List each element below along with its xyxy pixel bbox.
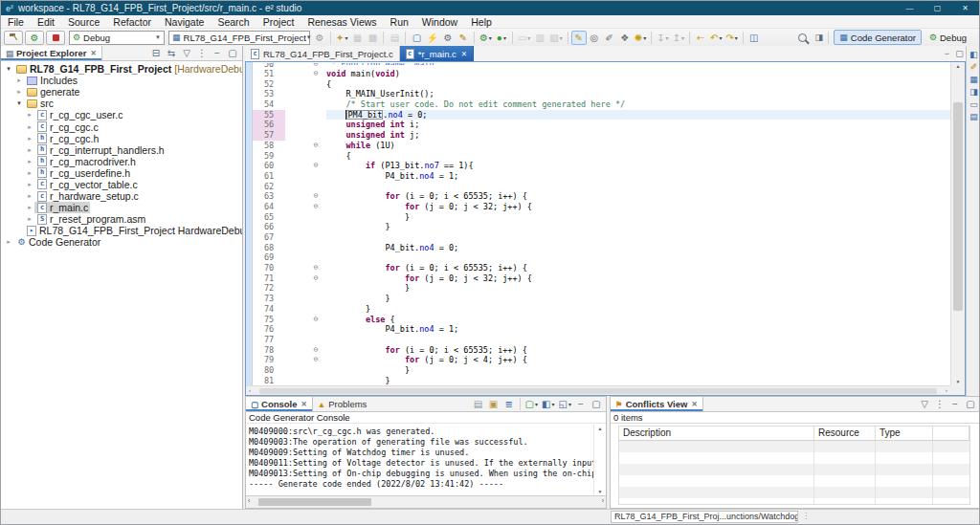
tree-item-r-cg-cgc-c[interactable]: ▸cr_cg_cgc.c: [1, 120, 242, 132]
next-annotation-icon[interactable]: ↧▾: [655, 31, 670, 45]
print-icon[interactable]: ▤: [387, 31, 402, 45]
scroll-left-icon[interactable]: ‹: [248, 497, 250, 504]
minimized-view-icon-1[interactable]: ◧: [968, 49, 980, 61]
tab-project-explorer[interactable]: ▤ Project Explorer ✕: [1, 46, 102, 60]
scroll-right-icon[interactable]: ›: [946, 386, 947, 395]
menu-refactor[interactable]: Refactor: [106, 16, 158, 28]
fold-collapse-icon[interactable]: ⊖: [305, 355, 326, 365]
fold-collapse-icon[interactable]: ⊖: [305, 273, 326, 284]
debug-launch-button[interactable]: ⚙: [25, 31, 44, 45]
tree-item-r-cg-userdefine-h[interactable]: ▸hr_cg_userdefine.h: [1, 167, 242, 179]
previous-annotation-icon[interactable]: ↥▾: [671, 31, 686, 45]
menu-search[interactable]: Search: [211, 16, 256, 28]
maximize-window-button[interactable]: ▢: [924, 1, 951, 15]
minimized-view-icon-2[interactable]: ✐: [968, 61, 980, 74]
scroll-left-icon[interactable]: ‹: [249, 386, 251, 395]
link-with-editor-icon[interactable]: ◫: [746, 31, 762, 45]
scroll-down-icon[interactable]: ▼: [594, 489, 606, 494]
stop-button[interactable]: [46, 31, 65, 45]
minimized-view-icon-5[interactable]: ▭: [968, 98, 980, 111]
edit-launch-config-button[interactable]: ⚙: [312, 31, 327, 45]
tree-item-r-reset-program-asm[interactable]: ▸Sr_reset_program.asm: [1, 213, 242, 225]
close-window-button[interactable]: ✕: [951, 1, 979, 15]
highlight-icon[interactable]: ✎: [571, 31, 587, 45]
editor-horizontal-scrollbar[interactable]: ‹ ›: [246, 385, 950, 395]
minimize-icon[interactable]: −: [947, 397, 963, 411]
flash-programmer-icon[interactable]: ⚡: [424, 31, 439, 45]
save-all-icon[interactable]: ▩: [365, 31, 380, 45]
open-console-icon[interactable]: ▢▾: [523, 397, 540, 411]
chevron-collapsed-icon[interactable]: ▸: [25, 123, 34, 131]
minimize-icon[interactable]: −: [941, 49, 953, 58]
menu-window[interactable]: Window: [415, 16, 464, 28]
io-registers-icon[interactable]: ▥: [532, 31, 547, 45]
launch-mode-combo[interactable]: ⚙ Debug ▼: [69, 31, 165, 45]
minimize-icon[interactable]: −: [573, 397, 589, 411]
tree-item-code-generator[interactable]: ▸⚙Code Generator: [1, 236, 242, 248]
chevron-expanded-icon[interactable]: ▾: [14, 99, 24, 107]
terminal-icon[interactable]: ▢: [409, 31, 424, 45]
chevron-collapsed-icon[interactable]: ▸: [25, 158, 34, 165]
code-area[interactable]: 50⊖ * Function Name: main51⊖void main(vo…: [253, 63, 950, 385]
chevron-collapsed-icon[interactable]: ▸: [25, 192, 34, 200]
chevron-collapsed-icon[interactable]: ▸: [4, 238, 13, 246]
editor-vertical-scrollbar[interactable]: ▲ ▼: [950, 62, 965, 385]
chevron-collapsed-icon[interactable]: ▸: [14, 88, 24, 96]
scroll-lock-icon[interactable]: ▣: [486, 397, 501, 411]
launch-config-combo[interactable]: ▦ RL78_G14_FPB_First_Project ▼: [168, 31, 310, 45]
trace-icon[interactable]: ▧▾: [547, 31, 564, 45]
close-icon[interactable]: ✕: [691, 400, 697, 408]
chevron-expanded-icon[interactable]: ▾: [4, 65, 13, 73]
minimized-view-icon-3[interactable]: ▦: [968, 74, 980, 86]
tree-item-rl78-g14-fpb-first-project[interactable]: ▾RL78_G14_FPB_First_Project [HardwareDeb…: [1, 63, 242, 75]
tree-item-r-cg-vector-table-c[interactable]: ▸cr_cg_vector_table.c: [1, 179, 242, 190]
fold-collapse-icon[interactable]: ⊖: [305, 202, 326, 212]
minimized-view-icon-4[interactable]: ◨: [968, 86, 980, 98]
tree-item-rl78-g14-fpb-first-project-hardwaredebug-launch[interactable]: ▸RL78_G14_FPB_First_Project HardwareDebu…: [1, 225, 242, 236]
view-menu-icon[interactable]: ⋮: [932, 397, 947, 411]
scroll-up-icon[interactable]: ▲: [594, 426, 606, 431]
code-editor[interactable]: 50⊖ * Function Name: main51⊖void main(vo…: [245, 62, 966, 396]
chevron-collapsed-icon[interactable]: ▸: [25, 181, 34, 188]
menu-file[interactable]: File: [1, 16, 31, 28]
console-horizontal-scrollbar[interactable]: ‹ ›: [246, 495, 606, 508]
search-icon[interactable]: [798, 33, 807, 42]
annotate-icon[interactable]: ✐: [602, 31, 617, 45]
tree-item-src[interactable]: ▾src: [1, 98, 242, 109]
scrollbar-thumb[interactable]: [953, 102, 963, 311]
filter-icon[interactable]: ▽: [179, 46, 194, 60]
menu-help[interactable]: Help: [464, 16, 499, 28]
view-menu-icon[interactable]: ⋮: [194, 46, 210, 60]
tab-problems[interactable]: ▲Problems: [313, 397, 372, 411]
fold-collapse-icon[interactable]: ⊖: [305, 315, 326, 325]
maximize-icon[interactable]: ▢: [225, 46, 240, 60]
tree-item-includes[interactable]: ▸Includes: [1, 75, 242, 86]
filter-icon[interactable]: ▽: [917, 397, 932, 411]
menu-edit[interactable]: Edit: [31, 16, 61, 28]
scroll-down-icon[interactable]: ▼: [951, 379, 965, 384]
open-perspective-icon[interactable]: ◨: [813, 33, 825, 42]
console-vertical-scrollbar[interactable]: ▲ ▼: [593, 425, 606, 495]
tree-item-r-cg-interrupt-handlers-h[interactable]: ▸hr_cg_interrupt_handlers.h: [1, 144, 242, 156]
column-header-type[interactable]: Type: [876, 427, 933, 440]
editor-tab--r-main-c[interactable]: c*r_main.c✕: [400, 46, 474, 61]
menu-navigate[interactable]: Navigate: [158, 16, 211, 28]
forward-icon[interactable]: ↷▾: [724, 31, 739, 45]
new-wizard-icon[interactable]: ✦▾: [334, 31, 349, 45]
chevron-collapsed-icon[interactable]: ▸: [25, 111, 34, 119]
link-with-editor-icon[interactable]: ⇆: [164, 46, 179, 60]
tab-console[interactable]: ▢Console✕: [246, 397, 313, 411]
debug-configurations-icon[interactable]: ⚙▾: [478, 31, 494, 45]
tree-item-r-hardware-setup-c[interactable]: ▸cr_hardware_setup.c: [1, 190, 242, 202]
menu-renesas-views[interactable]: Renesas Views: [301, 16, 383, 28]
menu-project[interactable]: Project: [256, 16, 301, 28]
maximize-icon[interactable]: ▢: [589, 397, 604, 411]
perspective-code-generator[interactable]: ▦Code Generator: [834, 30, 922, 45]
scroll-up-icon[interactable]: ▲: [951, 63, 965, 69]
menu-source[interactable]: Source: [61, 16, 106, 28]
close-icon[interactable]: ✕: [90, 49, 96, 57]
scroll-right-icon[interactable]: ›: [602, 497, 604, 504]
chevron-collapsed-icon[interactable]: ▸: [14, 77, 24, 84]
fold-collapse-icon[interactable]: ⊖: [305, 161, 326, 171]
maximize-icon[interactable]: ▢: [953, 49, 966, 58]
